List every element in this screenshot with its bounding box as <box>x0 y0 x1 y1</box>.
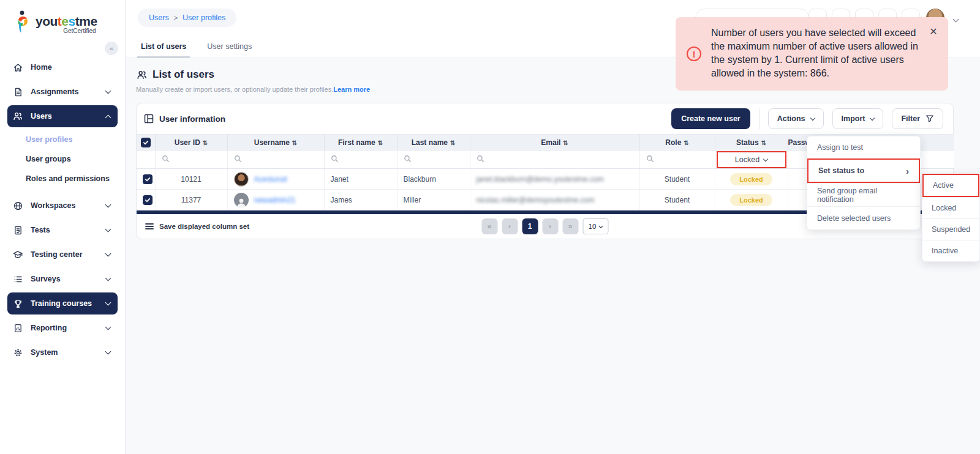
filter-username[interactable] <box>227 151 324 169</box>
pagination-first-button[interactable]: « <box>481 218 497 234</box>
status-filter-dropdown[interactable]: Locked <box>717 151 786 168</box>
sidebar-item-system[interactable]: System <box>7 341 118 363</box>
chevron-down-icon <box>105 251 111 257</box>
card-title: User information <box>144 114 225 124</box>
cell-first-name: Janet <box>324 169 397 190</box>
chevron-down-icon <box>810 116 815 121</box>
create-new-user-button[interactable]: Create new user <box>671 108 750 129</box>
tests-icon <box>12 225 23 236</box>
chevron-down-icon <box>105 226 111 233</box>
tab-list-of-users[interactable]: List of users <box>141 42 186 58</box>
row-checkbox[interactable] <box>143 195 153 205</box>
toast-close-icon[interactable]: ✕ <box>928 26 939 37</box>
status-badge: Locked <box>730 173 772 185</box>
submenu-item-locked[interactable]: Locked <box>922 197 979 218</box>
chevron-down-icon <box>105 275 111 281</box>
sort-icon[interactable]: ⇅ <box>378 140 383 146</box>
chevron-down-icon <box>105 300 111 306</box>
sort-icon[interactable]: ⇅ <box>450 140 455 146</box>
search-icon <box>162 155 170 163</box>
sidebar-item-workspaces[interactable]: Workspaces <box>7 195 118 217</box>
reporting-icon <box>12 322 23 333</box>
row-checkbox[interactable] <box>143 174 153 184</box>
table-icon <box>144 114 154 124</box>
chevron-down-icon <box>763 156 768 161</box>
users-icon <box>136 69 148 81</box>
brand-logo: youtestme GetCertified <box>0 0 125 45</box>
sidebar-item-testing-center[interactable]: Testing center <box>7 244 118 266</box>
sidebar-item-user-profiles[interactable]: User profiles <box>0 130 125 149</box>
sort-icon[interactable]: ⇅ <box>761 140 766 146</box>
sidebar-item-tests[interactable]: Tests <box>7 219 118 241</box>
menu-item-send-group-email[interactable]: Send group email notification <box>807 183 920 206</box>
username-link[interactable]: newadmin21 <box>254 196 296 204</box>
sort-icon[interactable]: ⇅ <box>203 140 208 146</box>
sidebar-item-home[interactable]: Home <box>7 56 118 78</box>
column-header-email[interactable]: Email⇅ <box>470 135 639 151</box>
breadcrumb-user-profiles-link[interactable]: User profiles <box>183 13 225 22</box>
sidebar-item-user-groups[interactable]: User groups <box>0 149 125 169</box>
column-header-last-name[interactable]: Last name⇅ <box>397 135 470 151</box>
column-header-user-id[interactable]: User ID⇅ <box>155 135 227 151</box>
system-gear-icon <box>12 347 23 358</box>
assignments-icon <box>12 86 23 97</box>
pagination-page-1-button[interactable]: 1 <box>522 218 538 234</box>
filter-email[interactable] <box>470 151 639 169</box>
cell-last-name: Blackburn <box>397 169 470 190</box>
filter-button[interactable]: Filter <box>892 108 943 129</box>
submenu-item-inactive[interactable]: Inactive <box>922 240 979 261</box>
funnel-icon <box>925 114 934 123</box>
sidebar-item-assignments[interactable]: Assignments <box>7 81 118 103</box>
sort-icon[interactable]: ⇅ <box>684 140 688 146</box>
column-header-status[interactable]: Status⇅ <box>715 135 788 151</box>
column-header-role[interactable]: Role⇅ <box>639 135 715 151</box>
sidebar: youtestme GetCertified « Home Assignment… <box>0 0 126 454</box>
filter-last-name[interactable] <box>397 151 470 169</box>
select-all-checkbox[interactable] <box>141 138 151 147</box>
breadcrumb-users-link[interactable]: Users <box>149 13 169 22</box>
save-column-set-button[interactable]: Save displayed column set <box>145 223 249 230</box>
submenu-item-active[interactable]: Active <box>922 174 979 197</box>
actions-button[interactable]: Actions <box>768 108 824 129</box>
import-button[interactable]: Import <box>832 108 884 129</box>
menu-item-assign-to-test[interactable]: Assign to test <box>807 136 920 158</box>
tab-user-settings[interactable]: User settings <box>207 42 252 58</box>
cell-role: Student <box>639 169 715 190</box>
page-size-select[interactable]: 10 <box>582 218 608 234</box>
sidebar-nav: Home Assignments Users User profiles Use… <box>0 56 125 363</box>
pagination-last-button[interactable]: » <box>562 218 578 234</box>
menu-item-delete-selected-users[interactable]: Delete selected users <box>807 206 920 229</box>
profile-chevron-down-icon[interactable] <box>953 17 959 23</box>
filter-first-name[interactable] <box>324 151 397 169</box>
cell-last-name: Miller <box>397 190 470 210</box>
sidebar-item-reporting[interactable]: Reporting <box>7 317 118 339</box>
column-header-username[interactable]: Username⇅ <box>227 135 324 151</box>
sort-icon[interactable]: ⇅ <box>563 140 568 146</box>
sidebar-collapse-button[interactable]: « <box>105 42 118 55</box>
sidebar-item-training-courses[interactable]: Training courses <box>7 292 118 314</box>
sort-icon[interactable]: ⇅ <box>292 140 297 146</box>
sidebar-item-roles-permissions[interactable]: Roles and permissions <box>0 169 125 188</box>
chevron-down-icon <box>870 116 875 121</box>
filter-user-id[interactable] <box>155 151 227 169</box>
pagination-prev-button[interactable]: ‹ <box>502 218 518 234</box>
chevron-down-icon <box>105 202 111 208</box>
sidebar-item-surveys[interactable]: Surveys <box>7 268 118 290</box>
pagination-next-button[interactable]: › <box>542 218 558 234</box>
app: youtestme GetCertified « Home Assignment… <box>0 0 980 454</box>
filter-role[interactable] <box>639 151 715 169</box>
chevron-down-icon <box>105 349 111 355</box>
toast-message: Number of users you have selected will e… <box>711 26 918 81</box>
column-header-first-name[interactable]: First name⇅ <box>324 135 397 151</box>
submenu-item-suspended[interactable]: Suspended <box>922 218 979 240</box>
home-icon <box>12 62 23 73</box>
learn-more-link[interactable]: Learn more <box>333 86 370 93</box>
surveys-icon <box>12 274 23 285</box>
brand-mark-icon <box>13 10 32 38</box>
sidebar-item-users[interactable]: Users <box>7 105 118 127</box>
search-icon <box>404 155 412 163</box>
breadcrumb: Users > User profiles <box>138 9 236 27</box>
username-link[interactable]: Acesturod <box>254 175 287 184</box>
cell-status: Locked <box>715 169 788 190</box>
menu-item-set-status-to[interactable]: Set status to› <box>807 158 920 183</box>
